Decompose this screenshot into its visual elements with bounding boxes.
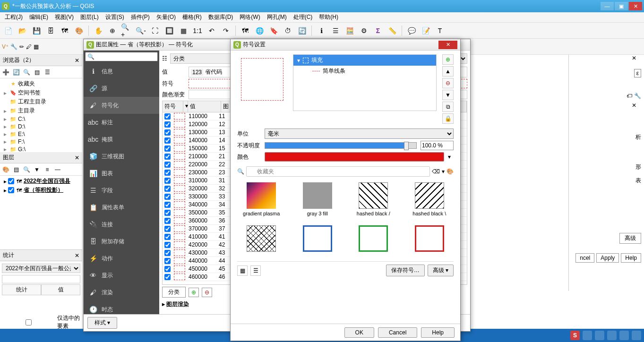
remove-class-button[interactable]: ⊖	[202, 288, 212, 297]
nav-item[interactable]: 📋属性表单	[84, 199, 159, 216]
nav-item[interactable]: ☰字段	[84, 182, 159, 199]
cancel-button[interactable]: ncel	[575, 253, 594, 263]
annotation-button[interactable]: 📝	[420, 25, 432, 37]
zoom-in-button[interactable]: 🔍+	[120, 25, 133, 37]
tray-icon[interactable]	[619, 331, 629, 340]
menu-item[interactable]: 插件(P)	[128, 12, 153, 22]
browser-tree[interactable]: ★收藏夹 ▸🔖空间书签 📁工程主目录 ▸📁主目录 ▸📁C:\ ▸📁D:\ ▸📁E…	[0, 78, 82, 152]
measure-button[interactable]: 📏	[386, 25, 398, 37]
panel-close-icon[interactable]: ✕	[75, 154, 79, 161]
open-project-button[interactable]: 📂	[16, 25, 28, 37]
zoom-next-button[interactable]: ↷	[220, 25, 232, 37]
collapse-icon[interactable]: ▤	[32, 68, 42, 77]
nav-item[interactable]: 🖌符号化	[84, 97, 159, 114]
nav-item[interactable]: 📊图表	[84, 165, 159, 182]
favorites-search-input[interactable]	[246, 166, 430, 177]
nav-item[interactable]: 🧊三维视图	[84, 148, 159, 165]
swatch-outline-blue[interactable]	[296, 225, 339, 254]
layer-checkbox[interactable]	[8, 187, 14, 193]
help-button[interactable]: Help	[621, 253, 641, 263]
filter-icon[interactable]: 🔍	[22, 68, 31, 77]
pan-button[interactable]: ✋	[92, 25, 104, 37]
panel-close-icon[interactable]: ✕	[75, 252, 79, 259]
opacity-slider[interactable]	[265, 142, 417, 149]
unit-select[interactable]: 毫米	[265, 128, 454, 139]
funnel-icon[interactable]: ▼	[32, 165, 42, 174]
style-menu-button[interactable]: 样式 ▾	[87, 317, 117, 329]
swatch-hashed-back[interactable]: hashed black \	[408, 182, 451, 217]
stats-layer-select[interactable]: 2022年全国百强县一般公共	[2, 264, 80, 273]
layers-tree[interactable]: ▸🗺2022年全国百强县 ▸🗺省（等积投影）	[0, 176, 82, 249]
nav-search-input[interactable]	[85, 52, 158, 61]
nav-item[interactable]: 🕐时态	[84, 301, 159, 314]
nav-item[interactable]: ℹ信息	[84, 63, 159, 80]
expand-icon[interactable]: ≡	[43, 165, 52, 174]
cancel-button[interactable]: Cancel	[378, 327, 417, 338]
zoom-last-button[interactable]: ↶	[206, 25, 218, 37]
add-vector-button[interactable]: V⁺	[2, 43, 9, 50]
maximize-button[interactable]: ▣	[615, 2, 628, 10]
save-button[interactable]: 💾	[30, 25, 43, 37]
style-manager-icon[interactable]: 🎨	[447, 168, 454, 175]
add-layer-button[interactable]: ⊕	[442, 54, 454, 65]
color-button[interactable]	[265, 152, 444, 162]
ok-button[interactable]: OK	[344, 327, 374, 338]
new-3d-button[interactable]: 🌐	[253, 25, 266, 37]
nav-item[interactable]: abc标注	[84, 114, 159, 131]
add-layer-icon[interactable]: ➕	[1, 68, 10, 77]
remove-icon[interactable]: —	[53, 165, 62, 174]
identify-button[interactable]: ℹ	[315, 25, 327, 37]
filter-layer-icon[interactable]: ▤	[11, 165, 21, 174]
apply-button[interactable]: Apply	[596, 253, 619, 263]
swatch-outline-green[interactable]	[352, 225, 395, 254]
new-project-button[interactable]: 📄	[2, 25, 14, 37]
menu-item[interactable]: 工程(J)	[2, 12, 26, 22]
save-symbol-button[interactable]: 保存符号…	[386, 265, 425, 276]
stats-field-input[interactable]	[2, 275, 80, 283]
pan-selection-button[interactable]: ⊕	[106, 25, 119, 37]
nav-item[interactable]: abc掩膜	[84, 131, 159, 148]
nav-item[interactable]: 🔌连接	[84, 216, 159, 233]
tray-icon[interactable]	[607, 331, 617, 340]
grid-view-button[interactable]: ▦	[237, 265, 248, 276]
expr-filter-icon[interactable]: 🔍	[22, 165, 31, 174]
minimize-button[interactable]: —	[601, 2, 614, 10]
zoom-selection-button[interactable]: 🔲	[163, 25, 175, 37]
help-button[interactable]: Help	[421, 327, 455, 338]
text-button[interactable]: T	[434, 25, 446, 37]
symbol-layer-tree[interactable]: ▾填充 简单线条	[293, 54, 437, 111]
style-manager-button[interactable]: 🎨	[73, 25, 85, 37]
properties-icon[interactable]: ☰	[43, 68, 52, 77]
digitize-button[interactable]: 🖊	[26, 43, 32, 50]
layer-item[interactable]: 2022年全国百强县	[24, 177, 70, 185]
menu-item[interactable]: 矢量(O)	[154, 12, 179, 22]
duplicate-button[interactable]: ⧉	[442, 102, 454, 112]
clear-icon[interactable]: ⌫	[432, 168, 440, 175]
zoom-full-button[interactable]: ⛶	[149, 25, 161, 37]
list-view-button[interactable]: ☰	[250, 265, 261, 276]
selected-only-checkbox[interactable]	[2, 319, 55, 325]
tray-icon[interactable]	[595, 331, 604, 340]
panel-close-icon[interactable]: ✕	[632, 55, 636, 61]
attributes-button[interactable]: ☰	[329, 25, 342, 37]
zoom-layer-button[interactable]: ▦	[177, 25, 189, 37]
menu-item[interactable]: 编辑(E)	[26, 12, 51, 22]
classify-button[interactable]: 分类	[162, 287, 186, 298]
menu-item[interactable]: 处理(C)	[291, 12, 316, 22]
nav-item[interactable]: 👁显示	[84, 267, 159, 284]
menu-item[interactable]: 帮助(H)	[316, 12, 341, 22]
layer-checkbox[interactable]	[8, 178, 14, 184]
menu-item[interactable]: 图层(L)	[77, 12, 102, 22]
nav-item[interactable]: 🗄附加存储	[84, 233, 159, 250]
temporal-button[interactable]: ⏱	[282, 25, 294, 37]
panel-close-icon[interactable]: ✕	[632, 102, 636, 109]
zoom-out-button[interactable]: 🔍-	[135, 25, 147, 37]
move-down-button[interactable]: ▼	[442, 90, 454, 100]
toolbox-button[interactable]: ⚙	[358, 25, 370, 37]
tray-icon[interactable]	[583, 331, 592, 340]
epsilon-button[interactable]: ε	[634, 69, 641, 77]
save-as-button[interactable]: 🗄	[44, 25, 57, 37]
menu-item[interactable]: 数据库(D)	[206, 12, 236, 22]
style-icon[interactable]: 🎨	[1, 165, 10, 174]
field-calc-button[interactable]: 🧮	[343, 25, 356, 37]
